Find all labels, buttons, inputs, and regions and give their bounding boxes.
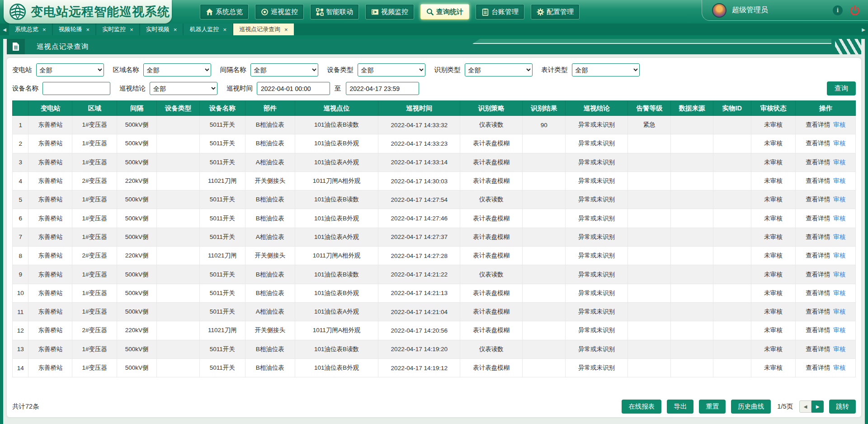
close-icon[interactable]: × xyxy=(86,27,90,33)
nav-patrol-monitor[interactable]: 巡视监控 xyxy=(255,4,304,19)
nav-query-statistics[interactable]: 查询统计 xyxy=(420,4,469,19)
online-report-button[interactable]: 在线报表 xyxy=(622,400,661,414)
view-detail-link[interactable]: 查看详情 xyxy=(806,252,830,259)
info-icon[interactable]: i xyxy=(833,5,843,15)
table-cell: 13 xyxy=(13,340,28,358)
view-detail-link[interactable]: 查看详情 xyxy=(806,271,830,278)
audit-link[interactable]: 审核 xyxy=(833,215,845,222)
table-row: 14东善桥站1#变压器500kV侧5011开关B相油位表101油位表B外观202… xyxy=(13,358,856,377)
view-detail-link[interactable]: 查看详情 xyxy=(806,177,830,184)
export-button[interactable]: 导出 xyxy=(667,400,693,414)
tab-realtime-monitor[interactable]: 实时监控× xyxy=(96,24,139,35)
table-cell: 异常或未识别 xyxy=(566,284,628,302)
audit-link[interactable]: 审核 xyxy=(833,196,845,203)
tab-patrol-record-query[interactable]: 巡视点记录查询× xyxy=(233,24,294,35)
audit-link[interactable]: 审核 xyxy=(833,271,845,278)
view-detail-link[interactable]: 查看详情 xyxy=(806,121,830,128)
audit-link[interactable]: 审核 xyxy=(833,140,845,147)
audit-link[interactable]: 审核 xyxy=(833,290,845,296)
table-cell: 4 xyxy=(13,172,28,190)
tab-video-carousel[interactable]: 视频轮播× xyxy=(53,24,96,35)
table-cell: 2022-04-17 14:33:32 xyxy=(378,116,460,134)
nav-smart-linkage[interactable]: 智能联动 xyxy=(310,4,359,19)
tabs-scroll-right-icon[interactable]: ▶ xyxy=(859,24,868,35)
audit-link[interactable]: 审核 xyxy=(833,364,845,371)
time-from-input[interactable] xyxy=(257,82,330,95)
search-icon xyxy=(426,8,434,16)
table-cell: 101油位表B读数 xyxy=(295,265,378,284)
table-cell: 1#变压器 xyxy=(72,191,117,209)
table-cell xyxy=(713,209,751,228)
table-cell: 2 xyxy=(13,134,28,153)
tabs-scroll-left-icon[interactable]: ◀ xyxy=(0,24,9,35)
nav-system-overview[interactable]: 系统总览 xyxy=(200,4,249,19)
audit-link[interactable]: 审核 xyxy=(833,121,845,128)
view-detail-link[interactable]: 查看详情 xyxy=(806,215,830,222)
table-cell: 表计表盘模糊 xyxy=(460,153,523,172)
view-detail-link[interactable]: 查看详情 xyxy=(806,327,830,333)
reset-button[interactable]: 重置 xyxy=(699,400,726,414)
next-page-icon[interactable]: ▶ xyxy=(811,400,824,413)
actions-cell: 查看详情审核 xyxy=(796,340,856,358)
conclusion-select[interactable]: 全部 xyxy=(150,82,217,95)
close-icon[interactable]: × xyxy=(223,27,226,33)
bay-select[interactable]: 全部 xyxy=(250,63,318,76)
tab-realtime-video[interactable]: 实时视频× xyxy=(140,24,183,35)
table-cell: 2022-04-17 14:21:04 xyxy=(378,302,460,321)
device-name-input[interactable] xyxy=(42,82,110,95)
table-cell: 表计表盘模糊 xyxy=(460,209,523,228)
logout-power-icon[interactable] xyxy=(850,5,860,15)
view-detail-link[interactable]: 查看详情 xyxy=(806,140,830,147)
history-curve-button[interactable]: 历史曲线 xyxy=(731,400,771,414)
table-cell: 1 xyxy=(13,116,28,134)
audit-link[interactable]: 审核 xyxy=(833,327,845,333)
view-detail-link[interactable]: 查看详情 xyxy=(806,308,830,315)
audit-link[interactable]: 审核 xyxy=(833,346,845,353)
table-cell: 表计表盘模糊 xyxy=(460,358,523,377)
table-cell: 异常或未识别 xyxy=(566,358,628,377)
close-icon[interactable]: × xyxy=(42,27,46,33)
area-select[interactable]: 全部 xyxy=(143,63,211,76)
view-detail-link[interactable]: 查看详情 xyxy=(806,233,830,240)
close-icon[interactable]: × xyxy=(130,27,133,33)
audit-link[interactable]: 审核 xyxy=(833,177,845,184)
table-cell: 101油位表A外观 xyxy=(295,228,378,246)
tab-system-overview[interactable]: 系统总览× xyxy=(9,24,52,35)
time-to-input[interactable] xyxy=(346,82,419,95)
table-cell: 5 xyxy=(13,191,28,209)
tab-robot-monitor[interactable]: 机器人监控× xyxy=(184,24,232,35)
nav-video-monitor[interactable]: 视频监控 xyxy=(365,4,414,19)
meter-type-select[interactable]: 全部 xyxy=(572,63,640,76)
audit-link[interactable]: 审核 xyxy=(833,308,845,315)
table-cell: 500kV侧 xyxy=(117,116,157,134)
close-icon[interactable]: × xyxy=(284,27,288,33)
view-detail-link[interactable]: 查看详情 xyxy=(806,196,830,203)
table-cell: 未审核 xyxy=(751,209,796,228)
prev-page-icon[interactable]: ◀ xyxy=(799,400,811,413)
table-cell xyxy=(628,172,671,190)
substation-select[interactable]: 全部 xyxy=(36,63,104,76)
table-cell: 仪表读数 xyxy=(460,116,523,134)
view-detail-link[interactable]: 查看详情 xyxy=(806,290,830,296)
device-type-select[interactable]: 全部 xyxy=(358,63,425,76)
recognition-type-select[interactable]: 全部 xyxy=(465,63,533,76)
jump-button[interactable]: 跳转 xyxy=(829,400,856,414)
table-row: 12东善桥站2#变压器220kV侧11021刀闸开关侧接头1011刀闸A相外观2… xyxy=(13,321,856,340)
view-detail-link[interactable]: 查看详情 xyxy=(806,364,830,371)
close-icon[interactable]: × xyxy=(174,27,177,33)
table-cell: 2022-04-17 14:27:54 xyxy=(378,191,460,209)
column-header: 巡视时间 xyxy=(378,101,460,116)
view-detail-link[interactable]: 查看详情 xyxy=(806,346,830,353)
nav-ledger-management[interactable]: 台账管理 xyxy=(476,4,524,19)
audit-link[interactable]: 审核 xyxy=(833,233,845,240)
nav-config-management[interactable]: 配置管理 xyxy=(531,4,580,19)
table-cell xyxy=(523,228,566,246)
audit-link[interactable]: 审核 xyxy=(833,252,845,259)
table-cell: 8 xyxy=(13,247,28,265)
search-button[interactable]: 查询 xyxy=(827,81,856,95)
audit-link[interactable]: 审核 xyxy=(833,159,845,166)
table-cell: 5011开关 xyxy=(199,209,245,228)
view-detail-link[interactable]: 查看详情 xyxy=(806,159,830,166)
avatar[interactable] xyxy=(712,3,726,18)
app-title: 变电站远程智能巡视系统 xyxy=(31,4,170,20)
